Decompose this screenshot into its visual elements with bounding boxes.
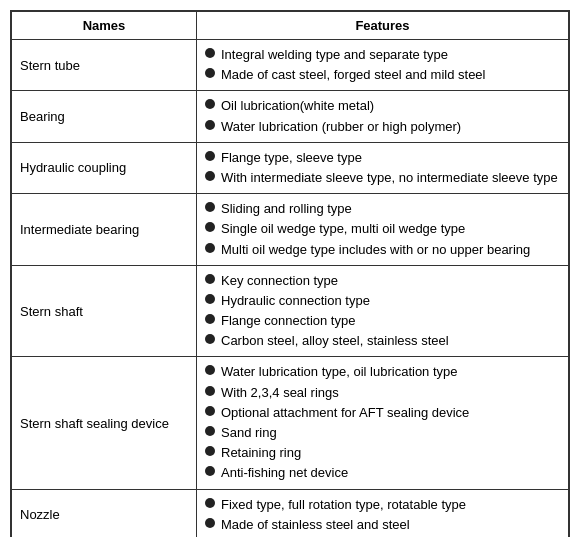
row-name-1: Bearing xyxy=(12,91,197,142)
list-item: With 2,3,4 seal rings xyxy=(205,384,560,402)
row-features-6: Fixed type, full rotation type, rotatabl… xyxy=(197,489,569,537)
feature-text: Sliding and rolling type xyxy=(221,200,560,218)
header-features: Features xyxy=(197,12,569,40)
list-item: Made of stainless steel and steel xyxy=(205,516,560,534)
bullet-icon xyxy=(205,406,215,416)
list-item: Sliding and rolling type xyxy=(205,200,560,218)
features-table: Names Features Stern tubeIntegral weldin… xyxy=(11,11,569,537)
bullet-icon xyxy=(205,151,215,161)
list-item: Oil lubrication(white metal) xyxy=(205,97,560,115)
table-row: Stern shaftKey connection typeHydraulic … xyxy=(12,265,569,357)
feature-text: Optional attachment for AFT sealing devi… xyxy=(221,404,560,422)
feature-text: Made of cast steel, forged steel and mil… xyxy=(221,66,560,84)
row-features-5: Water lubrication type, oil lubrication … xyxy=(197,357,569,489)
bullet-icon xyxy=(205,466,215,476)
table-row: Stern tubeIntegral welding type and sepa… xyxy=(12,40,569,91)
bullet-icon xyxy=(205,274,215,284)
feature-text: Fixed type, full rotation type, rotatabl… xyxy=(221,496,560,514)
row-features-0: Integral welding type and separate typeM… xyxy=(197,40,569,91)
feature-list-3: Sliding and rolling typeSingle oil wedge… xyxy=(205,200,560,259)
feature-text: Sand ring xyxy=(221,424,560,442)
feature-text: Oil lubrication(white metal) xyxy=(221,97,560,115)
bullet-icon xyxy=(205,243,215,253)
bullet-icon xyxy=(205,334,215,344)
feature-list-1: Oil lubrication(white metal)Water lubric… xyxy=(205,97,560,135)
bullet-icon xyxy=(205,222,215,232)
list-item: Single oil wedge type, multi oil wedge t… xyxy=(205,220,560,238)
row-name-5: Stern shaft sealing device xyxy=(12,357,197,489)
list-item: Key connection type xyxy=(205,272,560,290)
feature-text: With 2,3,4 seal rings xyxy=(221,384,560,402)
bullet-icon xyxy=(205,518,215,528)
list-item: With intermediate sleeve type, no interm… xyxy=(205,169,560,187)
list-item: Hydraulic connection type xyxy=(205,292,560,310)
bullet-icon xyxy=(205,294,215,304)
feature-text: Carbon steel, alloy steel, stainless ste… xyxy=(221,332,560,350)
feature-text: Single oil wedge type, multi oil wedge t… xyxy=(221,220,560,238)
list-item: Sand ring xyxy=(205,424,560,442)
feature-text: Made of stainless steel and steel xyxy=(221,516,560,534)
feature-text: Flange type, sleeve type xyxy=(221,149,560,167)
feature-text: Hydraulic connection type xyxy=(221,292,560,310)
feature-text: Retaining ring xyxy=(221,444,560,462)
table-row: BearingOil lubrication(white metal)Water… xyxy=(12,91,569,142)
list-item: Integral welding type and separate type xyxy=(205,46,560,64)
row-name-3: Intermediate bearing xyxy=(12,194,197,266)
bullet-icon xyxy=(205,68,215,78)
feature-list-4: Key connection typeHydraulic connection … xyxy=(205,272,560,351)
list-item: Retaining ring xyxy=(205,444,560,462)
header-names: Names xyxy=(12,12,197,40)
feature-text: Flange connection type xyxy=(221,312,560,330)
table-row: NozzleFixed type, full rotation type, ro… xyxy=(12,489,569,537)
bullet-icon xyxy=(205,365,215,375)
row-features-4: Key connection typeHydraulic connection … xyxy=(197,265,569,357)
feature-text: Integral welding type and separate type xyxy=(221,46,560,64)
list-item: Carbon steel, alloy steel, stainless ste… xyxy=(205,332,560,350)
row-name-6: Nozzle xyxy=(12,489,197,537)
table-row: Hydraulic couplingFlange type, sleeve ty… xyxy=(12,142,569,193)
feature-text: Key connection type xyxy=(221,272,560,290)
table-row: Intermediate bearingSliding and rolling … xyxy=(12,194,569,266)
bullet-icon xyxy=(205,446,215,456)
list-item: Fixed type, full rotation type, rotatabl… xyxy=(205,496,560,514)
row-name-4: Stern shaft xyxy=(12,265,197,357)
feature-text: Multi oil wedge type includes with or no… xyxy=(221,241,560,259)
list-item: Flange connection type xyxy=(205,312,560,330)
bullet-icon xyxy=(205,202,215,212)
bullet-icon xyxy=(205,498,215,508)
list-item: Flange type, sleeve type xyxy=(205,149,560,167)
bullet-icon xyxy=(205,99,215,109)
bullet-icon xyxy=(205,120,215,130)
list-item: Optional attachment for AFT sealing devi… xyxy=(205,404,560,422)
feature-list-2: Flange type, sleeve typeWith intermediat… xyxy=(205,149,560,187)
bullet-icon xyxy=(205,386,215,396)
bullet-icon xyxy=(205,314,215,324)
row-features-3: Sliding and rolling typeSingle oil wedge… xyxy=(197,194,569,266)
bullet-icon xyxy=(205,48,215,58)
bullet-icon xyxy=(205,171,215,181)
feature-text: Water lubrication (rubber or high polyme… xyxy=(221,118,560,136)
row-features-1: Oil lubrication(white metal)Water lubric… xyxy=(197,91,569,142)
list-item: Water lubrication (rubber or high polyme… xyxy=(205,118,560,136)
table-header-row: Names Features xyxy=(12,12,569,40)
feature-text: With intermediate sleeve type, no interm… xyxy=(221,169,560,187)
row-name-2: Hydraulic coupling xyxy=(12,142,197,193)
list-item: Multi oil wedge type includes with or no… xyxy=(205,241,560,259)
feature-list-5: Water lubrication type, oil lubrication … xyxy=(205,363,560,482)
feature-list-6: Fixed type, full rotation type, rotatabl… xyxy=(205,496,560,534)
feature-text: Water lubrication type, oil lubrication … xyxy=(221,363,560,381)
bullet-icon xyxy=(205,426,215,436)
row-name-0: Stern tube xyxy=(12,40,197,91)
list-item: Made of cast steel, forged steel and mil… xyxy=(205,66,560,84)
main-table-container: Names Features Stern tubeIntegral weldin… xyxy=(10,10,570,537)
list-item: Water lubrication type, oil lubrication … xyxy=(205,363,560,381)
table-row: Stern shaft sealing deviceWater lubricat… xyxy=(12,357,569,489)
list-item: Anti-fishing net device xyxy=(205,464,560,482)
feature-list-0: Integral welding type and separate typeM… xyxy=(205,46,560,84)
row-features-2: Flange type, sleeve typeWith intermediat… xyxy=(197,142,569,193)
feature-text: Anti-fishing net device xyxy=(221,464,560,482)
